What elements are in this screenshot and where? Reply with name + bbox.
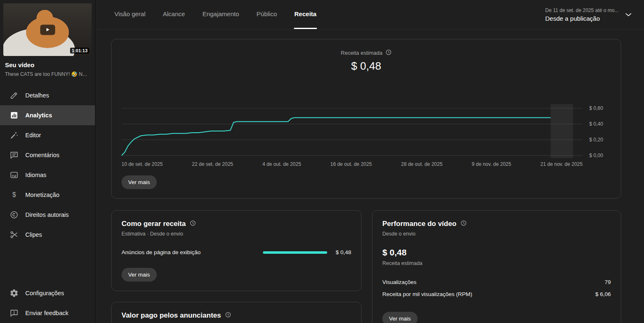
performance-row-value: 79 — [605, 279, 611, 285]
como-gerar-receita-card: Como gerar receita Estimativa · Desde o … — [111, 210, 362, 291]
x-tick-label: 22 de set. de 2025 — [192, 161, 233, 167]
feedback-icon — [9, 308, 19, 318]
copyright-icon — [9, 210, 19, 220]
x-tick-label: 10 de set. de 2025 — [122, 161, 163, 167]
chart-plot-area[interactable] — [122, 104, 583, 158]
ver-mais-button-como-gerar[interactable]: Ver mais — [122, 268, 157, 282]
sidebar-menu: Detalhes Analytics Editor Comentários — [0, 85, 95, 245]
video-meta: Seu vídeo These CATS are too FUNNY! 🤣 Ne… — [0, 56, 95, 83]
youtube-studio-video-analytics: 1:01:13 Seu vídeo These CATS are too FUN… — [0, 0, 644, 323]
sidebar-item-label: Detalhes — [25, 92, 49, 99]
revenue-chart-svg — [122, 104, 583, 158]
performance-row: Visualizações 79 — [382, 276, 611, 288]
x-axis-labels: 10 de set. de 2025 22 de set. de 2025 4 … — [122, 161, 583, 167]
revenue-source-row: Anúncios de página de exibição $ 0,48 — [122, 249, 351, 255]
sidebar-item-label: Editor — [25, 132, 41, 138]
scissors-icon — [9, 230, 19, 240]
video-label: Seu vídeo — [5, 61, 88, 68]
x-tick-label: 9 de nov. de 2025 — [471, 161, 511, 167]
sidebar-item-detalhes[interactable]: Detalhes — [0, 85, 95, 105]
metric-value: $ 0,48 — [122, 60, 611, 73]
date-range-selector[interactable]: De 11 de set. de 2025 até o mo... Desde … — [545, 0, 632, 29]
play-overlay-icon[interactable] — [40, 24, 55, 35]
video-title[interactable]: These CATS are too FUNNY! 🤣 Ne... — [5, 71, 88, 77]
date-range-label: Desde a publicação — [545, 15, 619, 22]
metric-label: Receita estimada — [341, 50, 382, 56]
comment-icon — [9, 150, 19, 160]
dollar-icon: $ — [9, 190, 19, 200]
y-tick-label: $ 0,00 — [589, 153, 603, 158]
performance-value: $ 0,48 — [382, 248, 611, 257]
clock-icon[interactable] — [461, 220, 467, 228]
chevron-down-icon — [625, 11, 632, 18]
main-content: Visão geral Alcance Engajamento Público … — [95, 0, 644, 323]
sidebar-item-comentarios[interactable]: Comentários — [0, 145, 95, 165]
sidebar-item-label: Analytics — [25, 112, 52, 119]
date-range-detail: De 11 de set. de 2025 até o mo... — [545, 7, 619, 13]
sidebar-item-analytics[interactable]: Analytics — [0, 105, 95, 125]
magic-wand-icon — [9, 130, 19, 140]
performance-row: Receita por mil visualizações (RPM) $ 6,… — [382, 288, 611, 300]
sidebar: 1:01:13 Seu vídeo These CATS are too FUN… — [0, 0, 95, 323]
x-tick-label: 16 de out. de 2025 — [330, 161, 372, 167]
sidebar-item-editor[interactable]: Editor — [0, 125, 95, 145]
x-tick-label: 4 de out. de 2025 — [262, 161, 301, 167]
sidebar-item-label: Direitos autorais — [25, 211, 69, 218]
revenue-source-bar — [263, 251, 327, 254]
video-duration-badge: 1:01:13 — [70, 48, 89, 53]
video-thumbnail[interactable]: 1:01:13 — [3, 3, 92, 56]
y-tick-label: $ 0,20 — [589, 137, 603, 143]
sidebar-item-label: Idiomas — [25, 172, 46, 178]
revenue-source-bar-track — [263, 251, 327, 254]
sidebar-item-label: Monetização — [25, 192, 59, 198]
sidebar-item-direitos-autorais[interactable]: Direitos autorais — [0, 205, 95, 225]
y-tick-label: $ 0,40 — [589, 121, 603, 127]
sidebar-item-clipes[interactable]: Clipes — [0, 225, 95, 245]
x-tick-label: 28 de out. de 2025 — [401, 161, 442, 167]
metric-header: Receita estimada $ 0,48 — [122, 46, 611, 73]
tab-alcance[interactable]: Alcance — [163, 0, 185, 29]
y-axis-labels: $ 0,60 $ 0,40 $ 0,20 $ 0,00 — [583, 104, 611, 158]
pencil-icon — [9, 90, 19, 100]
analytics-tab-bar: Visão geral Alcance Engajamento Público … — [95, 0, 644, 29]
sidebar-item-monetizacao[interactable]: $ Monetização — [0, 185, 95, 205]
sidebar-item-enviar-feedback[interactable]: Enviar feedback — [0, 303, 95, 323]
performance-row-label: Receita por mil visualizações (RPM) — [382, 291, 472, 297]
tab-visao-geral[interactable]: Visão geral — [114, 0, 146, 29]
receita-panel: Receita estimada $ 0,48 $ 0,60 — [95, 29, 644, 323]
cards-row: Como gerar receita Estimativa · Desde o … — [111, 210, 621, 323]
tab-receita[interactable]: Receita — [294, 0, 317, 29]
revenue-source-label: Anúncios de página de exibição — [122, 249, 263, 255]
subtitles-icon — [9, 170, 19, 180]
card-subtitle: Estimativa · Desde o envio — [122, 231, 351, 237]
performance-card: Performance do vídeo Desde o envio $ 0,4… — [372, 210, 621, 323]
sidebar-item-idiomas[interactable]: Idiomas — [0, 165, 95, 185]
bar-chart-icon — [9, 110, 19, 120]
sidebar-footer: Configurações Enviar feedback — [0, 283, 95, 323]
revenue-source-value: $ 0,48 — [333, 249, 351, 255]
card-title: Como gerar receita — [122, 220, 186, 228]
performance-value-label: Receita estimada — [382, 260, 611, 266]
clock-icon[interactable] — [190, 220, 196, 228]
tabs: Visão geral Alcance Engajamento Público … — [114, 0, 317, 29]
card-subtitle: Desde o envio — [382, 231, 611, 237]
sidebar-item-label: Comentários — [25, 152, 59, 158]
ver-mais-button-performance[interactable]: Ver mais — [382, 312, 418, 323]
clock-icon[interactable] — [386, 49, 391, 56]
ver-mais-button-chart[interactable]: Ver mais — [122, 175, 157, 189]
tab-publico[interactable]: Público — [256, 0, 277, 29]
card-title: Performance do vídeo — [382, 220, 457, 228]
revenue-chart: $ 0,60 $ 0,40 $ 0,20 $ 0,00 10 de set. d… — [122, 104, 611, 167]
sidebar-item-label: Configurações — [25, 290, 64, 296]
x-tick-label: 21 de nov. de 2025 — [540, 161, 583, 167]
sidebar-item-label: Enviar feedback — [25, 310, 68, 316]
card-title: Valor pago pelos anunciantes — [122, 311, 221, 320]
performance-row-value: $ 6,06 — [595, 291, 611, 297]
y-tick-label: $ 0,60 — [589, 105, 603, 111]
sidebar-item-configuracoes[interactable]: Configurações — [0, 283, 95, 303]
sidebar-item-label: Clipes — [25, 231, 42, 238]
revenue-chart-card: Receita estimada $ 0,48 $ 0,60 — [111, 39, 621, 199]
tab-engajamento[interactable]: Engajamento — [202, 0, 239, 29]
svg-text:$: $ — [12, 191, 16, 198]
clock-icon[interactable] — [225, 312, 231, 319]
